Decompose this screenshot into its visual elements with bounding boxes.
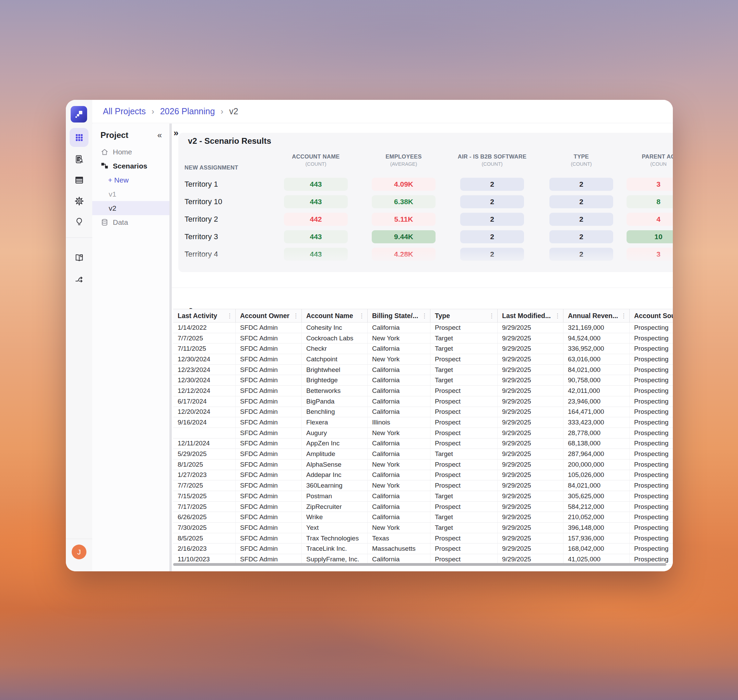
table-cell: Benchling [302,407,368,417]
table-column-header-billing-state[interactable]: Billing State/...⋮ [368,309,430,322]
table-row[interactable]: 12/30/2024SFDC AdminBrightedgeCalifornia… [173,375,673,386]
table-cell: 8/5/2025 [173,533,236,544]
scenario-results-title: v2 - Scenario Results [188,136,271,146]
sidebar-item-label: v2 [109,204,116,212]
table-row[interactable]: 12/30/2024SFDC AdminCatchpointNew YorkPr… [173,354,673,365]
table-column-header-last-modified[interactable]: Last Modified...⋮ [497,309,563,322]
table-cell: Target [430,375,497,385]
breadcrumb-item-all-projects[interactable]: All Projects [103,106,146,116]
table-cell: Target [430,523,497,533]
scenario-row-header: NEW ASSIGNMENT [185,164,238,171]
nav-share-button[interactable] [70,270,88,288]
table-row[interactable]: 12/11/2024SFDC AdminAppZen IncCalifornia… [173,438,673,449]
table-cell: California [368,386,430,396]
nav-report-search-button[interactable] [70,150,88,169]
nav-docs-button[interactable] [70,248,88,267]
column-menu-icon[interactable]: ⋮ [420,312,427,319]
table-row[interactable]: 12/20/2024SFDC AdminBenchlingCaliforniaP… [173,407,673,418]
table-cell: SFDC Admin [236,354,302,365]
table-cell: New York [368,428,430,438]
metric-pill: 4.09K [372,178,436,191]
table-cell: 12/30/2024 [173,375,236,385]
table-cell: 9/29/2025 [497,470,563,480]
table-row[interactable]: 5/29/2025SFDC AdminAmplitudeCaliforniaTa… [173,449,673,459]
table-row[interactable]: 1/14/2022SFDC AdminCohesity IncCaliforni… [173,322,673,333]
column-menu-icon[interactable]: ⋮ [619,312,626,319]
table-row[interactable]: 2/16/2023SFDC AdminTraceLink Inc.Massach… [173,544,673,554]
table-cell: SFDC Admin [236,491,302,501]
table-column-header-annual-reven[interactable]: Annual Reven...⋮ [563,309,629,322]
table-cell: 305,625,000 [563,491,629,501]
table-cell: 28,778,000 [563,428,629,438]
table-cell: 9/29/2025 [497,322,563,333]
panel-resize-divider[interactable] [169,124,172,571]
project-panel-title: Project [100,130,128,140]
sidebar-item-home[interactable]: Home [92,145,169,159]
table-cell: Prospecting [629,512,673,522]
table-cell: SFDC Admin [236,438,302,449]
nav-settings-button[interactable] [70,191,88,210]
table-cell: Prospect [430,396,497,407]
table-cell: New York [368,333,430,344]
nav-insights-button[interactable] [70,212,88,231]
table-cell: California [368,322,430,333]
table-row[interactable]: 12/12/2024SFDC AdminBetterworksCaliforni… [173,386,673,396]
table-cell: 336,952,000 [563,344,629,354]
table-cell: Prospecting [629,459,673,470]
breadcrumb-item-2026-planning[interactable]: 2026 Planning [160,106,215,116]
table-row[interactable]: 7/30/2025SFDC AdminYextNew YorkTarget9/2… [173,523,673,533]
scenario-results-panel: v2 - Scenario Results NEW ASSIGNMENT ACC… [178,133,673,272]
table-cell: 105,026,000 [563,470,629,480]
table-row[interactable]: 7/7/2025SFDC Admin360LearningNew YorkPro… [173,480,673,491]
table-row[interactable]: 6/17/2024SFDC AdminBigPandaCaliforniaPro… [173,396,673,407]
table-column-header-last-activity[interactable]: Last Activity⋮ [173,309,236,322]
user-avatar[interactable]: J [72,544,87,559]
column-menu-icon[interactable]: ⋮ [552,312,560,319]
table-row[interactable]: 9/16/2024SFDC AdminFlexeraIllinoisProspe… [173,417,673,428]
column-menu-icon[interactable]: ⋮ [357,312,365,319]
table-cell: AlphaSense [302,459,368,470]
table-cell: California [368,512,430,522]
table-row[interactable]: SFDC AdminAuguryNew YorkProspect9/29/202… [173,428,673,438]
table-row[interactable]: 7/17/2025SFDC AdminZipRecruiterCaliforni… [173,501,673,512]
horizontal-scrollbar[interactable] [173,563,666,566]
table-cell: Prospect [430,459,497,470]
table-column-header-account-name[interactable]: Account Name⋮ [302,309,368,322]
table-cell: SFDC Admin [236,449,302,459]
sidebar-item-v1[interactable]: v1 [92,187,169,201]
table-column-header-type[interactable]: Type⋮ [430,309,497,322]
table-row[interactable]: 7/7/2025SFDC AdminCockroach LabsNew York… [173,333,673,344]
column-menu-icon[interactable]: ⋮ [487,312,494,319]
metric-pill: 8 [626,195,673,208]
table-cell: 12/11/2024 [173,438,236,449]
sidebar-item-v2[interactable]: v2 [92,201,169,215]
rail-divider [66,539,92,539]
metric-pill: 5.11K [372,213,436,226]
sidebar-item-scenarios[interactable]: Scenarios [92,159,169,173]
sidebar-item-new-scenario[interactable]: + New [92,173,169,187]
column-menu-icon[interactable]: ⋮ [291,312,299,319]
nav-grid-button[interactable] [70,128,88,147]
expand-panel-button[interactable]: » [173,128,178,138]
column-menu-icon[interactable]: ⋮ [224,312,232,319]
table-row[interactable]: 6/26/2025SFDC AdminWrikeCaliforniaTarget… [173,512,673,523]
table-cell: Prospecting [629,533,673,544]
table-column-header-account-owner[interactable]: Account Owner⋮ [236,309,302,322]
table-column-header-account-sour[interactable]: Account Sour⋮ [629,309,673,322]
table-cell: 584,212,000 [563,501,629,512]
table-cell: 68,138,000 [563,438,629,449]
collapse-panel-button[interactable]: « [157,130,162,140]
table-row[interactable]: 8/1/2025SFDC AdminAlphaSenseNew YorkPros… [173,459,673,470]
table-row[interactable]: 12/23/2024SFDC AdminBrightwheelCaliforni… [173,365,673,375]
table-cell: 1/14/2022 [173,322,236,333]
table-row[interactable]: 7/11/2025SFDC AdminCheckrCaliforniaTarge… [173,344,673,354]
sidebar-item-data[interactable]: Data [92,215,169,229]
metric-pill: 2 [460,178,524,191]
table-row[interactable]: 7/15/2025SFDC AdminPostmanCaliforniaTarg… [173,491,673,501]
sidebar-item-label: v1 [109,190,116,199]
table-cell: Brightedge [302,375,368,385]
table-cell: Target [430,365,497,375]
nav-table-button[interactable] [70,171,88,190]
table-row[interactable]: 1/27/2023SFDC AdminAddepar IncCalifornia… [173,470,673,481]
table-row[interactable]: 8/5/2025SFDC AdminTrax TechnologiesTexas… [173,533,673,544]
